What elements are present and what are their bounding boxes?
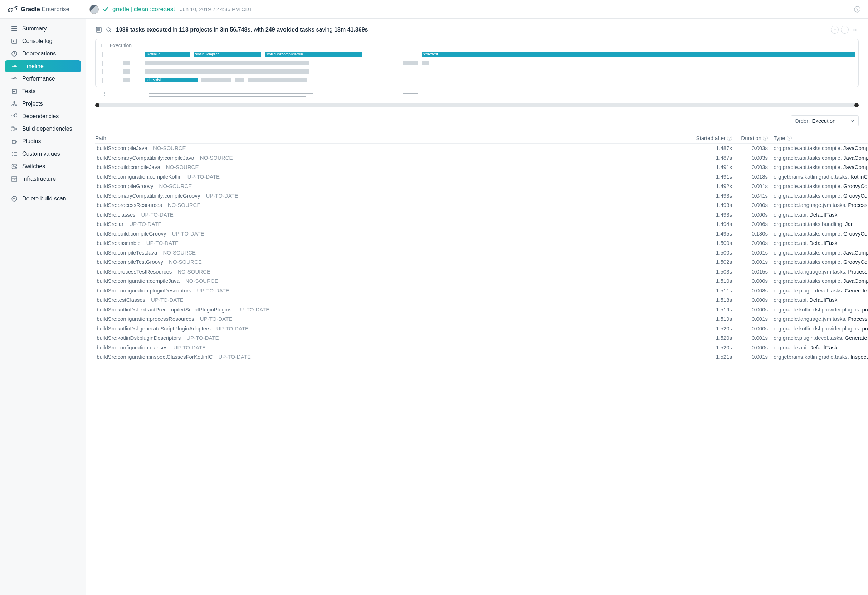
infrastructure-icon xyxy=(11,176,18,182)
table-row[interactable]: :buildSrc:processResourcesNO-SOURCE1.493… xyxy=(95,200,868,210)
table-row[interactable]: :buildSrc:build:compileGroovyUP-TO-DATE1… xyxy=(95,229,868,239)
help-icon[interactable]: ? xyxy=(787,136,792,141)
sidebar-item-build-dependencies[interactable]: Build dependencies xyxy=(5,123,81,135)
sidebar-item-deprecations[interactable]: Deprecations xyxy=(5,47,81,60)
viz-bar[interactable] xyxy=(145,61,310,65)
build-command[interactable]: gradle|clean :core:test xyxy=(112,6,175,13)
sidebar-item-dependencies[interactable]: Dependencies xyxy=(5,110,81,123)
sidebar-item-infrastructure[interactable]: Infrastructure xyxy=(5,173,81,185)
table-row[interactable]: :buildSrc:configuration:processResources… xyxy=(95,314,868,324)
sidebar-item-delete[interactable]: Delete build scan xyxy=(5,192,81,205)
viz-bar[interactable] xyxy=(123,61,130,65)
viz-row[interactable]: │:docs:dsl... xyxy=(100,77,855,83)
task-path: :buildSrc:compileGroovy xyxy=(95,183,154,189)
table-row[interactable]: :buildSrc:compileTestJavaNO-SOURCE1.500s… xyxy=(95,248,868,258)
task-status: NO-SOURCE xyxy=(200,155,233,161)
sidebar-item-performance[interactable]: Performance xyxy=(5,73,81,85)
task-type: org.gradle.api.tasks.compile.GroovyCompi… xyxy=(768,258,868,266)
table-row[interactable]: :buildSrc:jarUP-TO-DATE1.494s0.006sorg.g… xyxy=(95,219,868,229)
help-icon[interactable]: ? xyxy=(854,6,861,13)
col-path[interactable]: Path xyxy=(95,135,689,141)
viz-bar[interactable]: :kotlinCo... xyxy=(145,52,190,56)
col-type[interactable]: Type? xyxy=(768,135,868,141)
table-row[interactable]: :buildSrc:kotlinDsl:generateScriptPlugin… xyxy=(95,324,868,334)
sidebar-item-timeline[interactable]: Timeline xyxy=(5,60,81,72)
viz-bar[interactable]: :docs:dsl... xyxy=(145,78,198,82)
table-row[interactable]: :buildSrc:compileGroovyNO-SOURCE1.492s0.… xyxy=(95,182,868,191)
table-row[interactable]: :buildSrc:testClassesUP-TO-DATE1.518s0.0… xyxy=(95,295,868,305)
viz-row[interactable]: │ xyxy=(100,68,855,75)
logo[interactable]: Gradle Enterprise xyxy=(7,5,89,13)
viz-bar[interactable] xyxy=(235,78,244,82)
task-status: UP-TO-DATE xyxy=(217,326,249,332)
help-icon[interactable]: ? xyxy=(727,136,732,141)
table-row[interactable]: :buildSrc:kotlinDsl:pluginDescriptorsUP-… xyxy=(95,333,868,343)
header: Gradle Enterprise gradle|clean :core:tes… xyxy=(0,0,868,19)
table-row[interactable]: :buildSrc:binaryCompatibility:compileGro… xyxy=(95,191,868,201)
table-row[interactable]: :buildSrc:compileTestGroovyNO-SOURCE1.50… xyxy=(95,258,868,267)
timeline-minimap[interactable]: ⋮⋮ xyxy=(95,91,859,101)
svg-rect-12 xyxy=(12,130,13,131)
viz-bar[interactable]: :kotlinDsl:compileKotlin xyxy=(265,52,362,56)
viz-bar[interactable] xyxy=(145,70,310,74)
viz-bar[interactable]: :kotlinCompiler... xyxy=(193,52,261,56)
order-select[interactable]: Order: Execution xyxy=(791,115,859,126)
summary-actions: ＋ − ⇹ xyxy=(831,26,859,34)
viz-bar[interactable] xyxy=(248,78,307,82)
expand-icon[interactable]: ⇹ xyxy=(851,26,859,34)
table-row[interactable]: :buildSrc:processTestResourcesNO-SOURCE1… xyxy=(95,267,868,277)
viz-bar[interactable] xyxy=(422,61,430,65)
viz-row[interactable]: │:kotlinCo...:kotlinCompiler...:kotlinDs… xyxy=(100,51,855,58)
table-row[interactable]: :buildSrc:configuration:compileJavaNO-SO… xyxy=(95,276,868,286)
sidebar-item-projects[interactable]: Projects xyxy=(5,98,81,110)
timeline-range-slider[interactable] xyxy=(95,103,859,107)
remove-icon[interactable]: − xyxy=(841,26,849,34)
sidebar-item-console[interactable]: Console log xyxy=(5,35,81,47)
sidebar-item-switches[interactable]: Switches xyxy=(5,160,81,173)
sidebar-item-label: Custom values xyxy=(22,151,60,157)
build-deps-icon xyxy=(11,126,18,132)
sidebar-item-summary[interactable]: Summary xyxy=(5,22,81,35)
drag-handle-icon[interactable]: ⋮⋮ xyxy=(95,91,108,97)
task-start: 1.487s xyxy=(689,154,732,162)
timeline-viz[interactable]: I.. Execution │:kotlinCo...:kotlinCompil… xyxy=(95,38,859,87)
table-row[interactable]: :buildSrc:binaryCompatibility:compileJav… xyxy=(95,153,868,163)
viz-bar[interactable] xyxy=(123,78,130,82)
table-row[interactable]: :buildSrc:configuration:classesUP-TO-DAT… xyxy=(95,343,868,353)
task-duration: 0.000s xyxy=(732,239,768,247)
table-row[interactable]: :buildSrc:build:compileJavaNO-SOURCE1.49… xyxy=(95,163,868,172)
table-row[interactable]: :buildSrc:configuration:compileKotlinUP-… xyxy=(95,172,868,182)
table-row[interactable]: :buildSrc:configuration:inspectClassesFo… xyxy=(95,352,868,362)
viz-tick: │ xyxy=(100,70,105,74)
viz-bar[interactable] xyxy=(403,61,418,65)
search-icon[interactable] xyxy=(105,26,112,33)
sidebar-item-tests[interactable]: Tests xyxy=(5,85,81,98)
list-icon[interactable] xyxy=(95,26,102,33)
table-row[interactable]: :buildSrc:assembleUP-TO-DATE1.500s0.000s… xyxy=(95,238,868,248)
viz-track[interactable] xyxy=(108,61,855,65)
col-started[interactable]: Started after? xyxy=(689,135,732,141)
help-icon[interactable]: ? xyxy=(763,136,768,141)
task-start: 1.495s xyxy=(689,230,732,238)
viz-track[interactable] xyxy=(108,70,855,74)
viz-track[interactable]: :kotlinCo...:kotlinCompiler...:kotlinDsl… xyxy=(108,52,855,56)
viz-bar[interactable] xyxy=(123,70,130,74)
task-status: NO-SOURCE xyxy=(166,164,199,170)
sidebar-item-custom-values[interactable]: Custom values xyxy=(5,148,81,160)
table-row[interactable]: :buildSrc:configuration:pluginDescriptor… xyxy=(95,286,868,296)
avatar[interactable] xyxy=(89,4,99,14)
sidebar-item-plugins[interactable]: Plugins xyxy=(5,135,81,148)
task-type: org.gradle.language.jvm.tasks.ProcessRes… xyxy=(768,268,868,276)
col-duration[interactable]: Duration? xyxy=(732,135,768,141)
viz-track[interactable]: :docs:dsl... xyxy=(108,78,855,82)
viz-row[interactable]: │ xyxy=(100,60,855,66)
viz-bar[interactable] xyxy=(201,78,231,82)
table-row[interactable]: :buildSrc:classesUP-TO-DATE1.493s0.000so… xyxy=(95,210,868,220)
table-row[interactable]: :buildSrc:compileJavaNO-SOURCE1.487s0.00… xyxy=(95,144,868,153)
add-icon[interactable]: ＋ xyxy=(831,26,838,34)
table-row[interactable]: :buildSrc:kotlinDsl:extractPrecompiledSc… xyxy=(95,305,868,315)
task-status: NO-SOURCE xyxy=(168,202,201,208)
viz-bar[interactable]: :core:test xyxy=(422,52,855,56)
task-start: 1.521s xyxy=(689,353,732,361)
task-duration: 0.008s xyxy=(732,287,768,295)
